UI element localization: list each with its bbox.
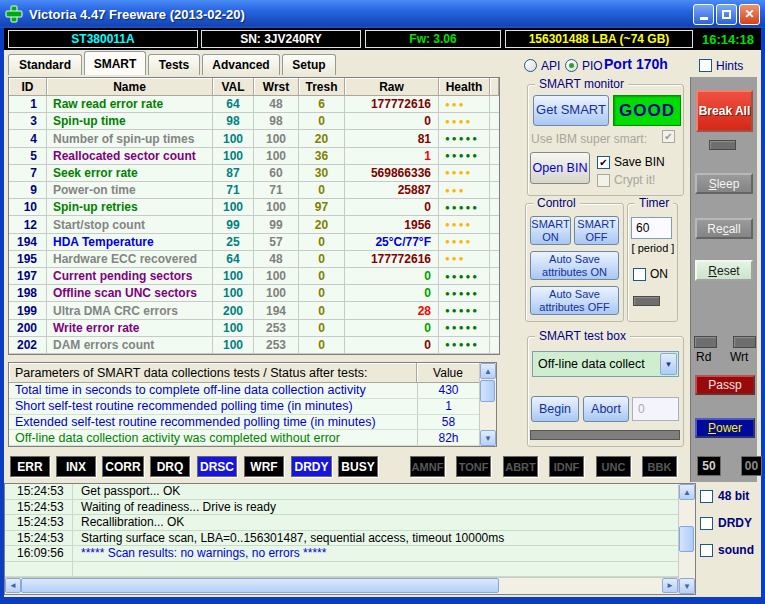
- save-bin-checkbox[interactable]: ✔: [597, 156, 610, 169]
- smart-attribute-row[interactable]: 5Reallocated sector count100100361●●●●●: [9, 148, 499, 165]
- params-value-header: Value: [417, 363, 479, 382]
- health-dots-icon: ●●●●: [445, 220, 472, 229]
- test-type-select[interactable]: Off-line data collect ▼: [532, 351, 679, 377]
- minimize-icon[interactable]: [693, 4, 714, 25]
- passport-button[interactable]: Passp: [695, 375, 755, 395]
- smart-attribute-row[interactable]: 200Write error rate10025300●●●●●: [9, 320, 499, 337]
- smart-attribute-row[interactable]: 12Start/stop count9999201956●●●●: [9, 216, 499, 233]
- option-checkbox[interactable]: [700, 517, 713, 530]
- begin-button[interactable]: Begin: [531, 396, 579, 422]
- attribute-tresh: 97: [299, 199, 345, 215]
- header-tresh[interactable]: Tresh: [299, 78, 345, 96]
- attribute-tresh: 0: [299, 285, 345, 301]
- tab-standard[interactable]: Standard: [8, 54, 82, 75]
- params-row[interactable]: Total time in seconds to complete off-li…: [9, 383, 479, 399]
- autosave-on-button[interactable]: Auto Save attributes ON: [530, 251, 619, 280]
- tab-setup[interactable]: Setup: [282, 54, 336, 75]
- params-rows: Total time in seconds to complete off-li…: [9, 383, 479, 446]
- smart-off-button[interactable]: SMART OFF: [574, 216, 619, 245]
- params-row[interactable]: Extended self-test routine recommended p…: [9, 415, 479, 431]
- smart-attribute-row[interactable]: 10Spin-up retries100100970●●●●●: [9, 199, 499, 216]
- status-flag-inx: INX: [56, 456, 96, 477]
- attribute-val: 200: [213, 302, 254, 318]
- get-smart-button[interactable]: Get SMART: [533, 95, 609, 126]
- scrollbar-thumb[interactable]: [679, 526, 694, 552]
- params-row[interactable]: Short self-test routine recommended poll…: [9, 399, 479, 415]
- attribute-name: Current pending sectors: [47, 268, 213, 284]
- timer-period-input[interactable]: 60: [631, 217, 672, 239]
- hints-checkbox[interactable]: [699, 59, 712, 72]
- timer-on-label: ON: [650, 267, 668, 281]
- tab-tests[interactable]: Tests: [148, 54, 200, 75]
- pio-radio[interactable]: [565, 59, 578, 72]
- smart-attribute-row[interactable]: 9Power-on time7171025887●●●: [9, 182, 499, 199]
- attribute-wrst: 71: [254, 182, 299, 198]
- log-message: Get passport... OK: [73, 484, 678, 498]
- attribute-tresh: 6: [299, 96, 345, 112]
- param-value: 58: [442, 415, 455, 429]
- attribute-raw: 1956: [345, 216, 439, 232]
- smart-attribute-row[interactable]: 7Seek error rate876030569866336●●●●: [9, 165, 499, 182]
- test-counter-field[interactable]: 0: [632, 397, 679, 421]
- params-scrollbar[interactable]: ▲ ▼: [479, 363, 496, 446]
- log-message: Waiting of readiness... Drive is ready: [73, 500, 678, 514]
- smart-attribute-row[interactable]: 4Number of spin-up times1001002081●●●●●: [9, 130, 499, 147]
- smart-attribute-row[interactable]: 199Ultra DMA CRC errors200194028●●●●●: [9, 302, 499, 319]
- title-bar[interactable]: Victoria 4.47 Freeware (2013-02-20) ✕: [0, 0, 765, 28]
- recall-button[interactable]: Recall: [695, 218, 753, 239]
- attribute-name: HDA Temperature: [47, 234, 213, 250]
- smart-attribute-row[interactable]: 202DAM errors count10025300●●●●●: [9, 337, 499, 354]
- reset-button[interactable]: Reset: [695, 260, 753, 281]
- scrollbar-thumb[interactable]: [480, 380, 495, 402]
- scrollbar-thumb[interactable]: [21, 578, 499, 593]
- smart-attribute-row[interactable]: 194HDA Temperature2557025°C/77°F●●●●: [9, 234, 499, 251]
- header-raw[interactable]: Raw: [345, 78, 439, 96]
- smart-table-body: 1Raw read error rate64486177772616●●●3Sp…: [9, 96, 499, 354]
- attribute-id: 194: [9, 234, 47, 250]
- break-all-button[interactable]: Break All: [696, 90, 753, 132]
- header-wrst[interactable]: Wrst: [254, 78, 299, 96]
- scroll-up-icon[interactable]: ▲: [679, 484, 695, 500]
- log-row: 15:24:53Starting surface scan, LBA=0..15…: [5, 531, 678, 547]
- log-horizontal-scrollbar[interactable]: ◄ ►: [5, 577, 678, 594]
- scroll-up-icon[interactable]: ▲: [480, 363, 496, 379]
- attribute-wrst: 100: [254, 268, 299, 284]
- attribute-wrst: 57: [254, 234, 299, 250]
- log-vertical-scrollbar[interactable]: ▲ ▼: [678, 484, 695, 594]
- scroll-right-icon[interactable]: ►: [662, 578, 678, 593]
- attribute-wrst: 98: [254, 113, 299, 129]
- close-icon[interactable]: ✕: [739, 4, 760, 25]
- maximize-icon[interactable]: [716, 4, 737, 25]
- smart-attribute-row[interactable]: 3Spin-up time989800●●●●: [9, 113, 499, 130]
- header-name[interactable]: Name: [47, 78, 213, 96]
- scroll-left-icon[interactable]: ◄: [5, 578, 21, 593]
- header-val[interactable]: VAL: [213, 78, 254, 96]
- timer-on-checkbox[interactable]: [633, 268, 646, 281]
- option-checkbox[interactable]: [700, 544, 713, 557]
- power-button[interactable]: Power: [695, 418, 755, 438]
- tab-smart[interactable]: SMART: [84, 51, 146, 75]
- read-led-label: Rd: [696, 350, 711, 364]
- smart-on-button[interactable]: SMART ON: [530, 216, 571, 245]
- header-health[interactable]: Health: [439, 78, 490, 96]
- error-flag-idnf: IDNF: [549, 456, 584, 477]
- smart-attribute-row[interactable]: 1Raw read error rate64486177772616●●●: [9, 96, 499, 113]
- chevron-down-icon[interactable]: ▼: [660, 353, 677, 375]
- smart-attribute-row[interactable]: 195Hardware ECC recovered64480177772616●…: [9, 251, 499, 268]
- header-id[interactable]: ID: [9, 78, 47, 96]
- option-checkbox[interactable]: [700, 490, 713, 503]
- log-row: 15:24:53Waiting of readiness... Drive is…: [5, 500, 678, 516]
- sleep-button[interactable]: Sleep: [695, 173, 753, 194]
- abort-button[interactable]: Abort: [583, 396, 629, 422]
- tab-advanced[interactable]: Advanced: [202, 54, 280, 75]
- scroll-down-icon[interactable]: ▼: [480, 430, 496, 446]
- row-filler: [490, 216, 499, 232]
- open-bin-button[interactable]: Open BIN: [530, 152, 590, 184]
- scroll-down-icon[interactable]: ▼: [679, 578, 695, 594]
- smart-attribute-row[interactable]: 197Current pending sectors10010000●●●●●: [9, 268, 499, 285]
- api-radio[interactable]: [524, 59, 537, 72]
- smart-attribute-row[interactable]: 198Offline scan UNC sectors10010000●●●●●: [9, 285, 499, 302]
- params-row[interactable]: Off-line data collection activity was co…: [9, 430, 479, 446]
- attribute-id: 5: [9, 148, 47, 164]
- autosave-off-button[interactable]: Auto Save attributes OFF: [530, 286, 619, 315]
